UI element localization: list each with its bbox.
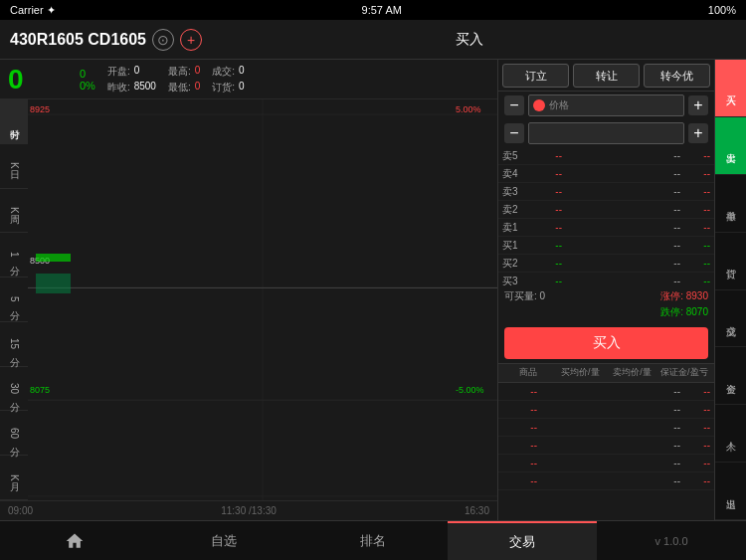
menu-personal[interactable]: 个人 — [715, 405, 746, 463]
svg-rect-11 — [36, 254, 71, 262]
buy3-vol: -- — [562, 276, 680, 285]
nav-center-title: 买入 — [202, 31, 736, 49]
add-nav-icon[interactable]: + — [180, 29, 202, 51]
extra-row-6: -- -- -- — [498, 472, 714, 490]
zhuanjinyou-button[interactable]: 转今优 — [644, 64, 710, 88]
svg-rect-12 — [36, 274, 71, 293]
dingli-button[interactable]: 订立 — [502, 64, 569, 88]
main-price: 0 — [8, 64, 68, 95]
right-vertical-menu: 买入 卖出 撤单 订货 成交 资金 个人 退出 — [714, 60, 746, 520]
price-plus-button[interactable]: + — [688, 95, 708, 115]
change-amt: 0 — [80, 68, 95, 80]
down-limit-label: 跌停: — [660, 306, 683, 317]
sidebar-item-dayk[interactable]: 日K — [0, 144, 28, 189]
can-buy-label: 可买量: — [504, 290, 537, 301]
svg-text:8075: 8075 — [30, 385, 50, 395]
svg-text:-5.00%: -5.00% — [456, 385, 484, 395]
sell1-label: 卖1 — [502, 221, 527, 235]
tab-paiming[interactable]: 排名 — [298, 521, 448, 560]
menu-sell[interactable]: 卖出 — [715, 117, 746, 175]
sidebar-item-weekk[interactable]: 周K — [0, 189, 28, 234]
chart-main[interactable]: 8925 5.00% 8500 8075 -5.00% — [28, 99, 497, 500]
menu-funds[interactable]: 资金 — [715, 347, 746, 405]
time: 9:57 AM — [362, 4, 402, 16]
battery: 100% — [708, 4, 736, 16]
order-area: 订立 转让 转今优 − 价格 + − + — [498, 60, 714, 520]
sidebar-item-60min[interactable]: 60分 — [0, 411, 28, 456]
down-nav-icon[interactable]: ⊙ — [152, 29, 174, 51]
sell2-chg: -- — [680, 204, 710, 215]
menu-exit[interactable]: 退出 — [715, 463, 746, 520]
sidebar-item-30min[interactable]: 30分 — [0, 367, 28, 412]
sell3-vol: -- — [562, 186, 680, 197]
sell2-label: 卖2 — [502, 203, 527, 217]
down-limit-val: 8070 — [686, 306, 708, 317]
tab-home[interactable] — [0, 521, 149, 560]
svg-text:5.00%: 5.00% — [456, 104, 481, 114]
info-bar: 0 0 0% 开盘: 0 昨收: 8500 最高: 0 — [0, 60, 497, 99]
order-val: 0 — [239, 81, 245, 94]
trade-label: 成交: — [212, 65, 235, 79]
sidebar-item-1min[interactable]: 1分 — [0, 233, 28, 278]
buy2-price: -- — [527, 258, 562, 269]
time-t3: 16:30 — [465, 505, 489, 516]
qty-input-field[interactable] — [528, 122, 684, 144]
tab-jiayi[interactable]: 交易 — [448, 521, 597, 560]
sidebar-item-monthk[interactable]: 月K — [0, 456, 28, 500]
price-placeholder: 价格 — [549, 98, 569, 112]
buy3-chg: -- — [680, 276, 710, 285]
extra-row-4: -- -- -- — [498, 437, 714, 455]
sell2-row: 卖2 -- -- -- — [498, 201, 714, 219]
sell4-row: 卖4 -- -- -- — [498, 165, 714, 183]
extra-row-2: -- -- -- — [498, 401, 714, 419]
price-change: 0 0% — [80, 68, 95, 92]
version-label: v 1.0.0 — [597, 521, 746, 560]
price-circle-icon — [533, 99, 545, 111]
price-minus-button[interactable]: − — [504, 95, 524, 115]
main-area: 0 0 0% 开盘: 0 昨收: 8500 最高: 0 — [0, 60, 746, 520]
menu-order[interactable]: 订货 — [715, 233, 746, 290]
order-label: 订货: — [212, 81, 235, 94]
sell3-price: -- — [527, 186, 562, 197]
sell3-row: 卖3 -- -- -- — [498, 183, 714, 201]
buy-button[interactable]: 买入 — [504, 327, 708, 359]
holdings-col3: 卖均价/量 — [607, 366, 658, 379]
sidebar-item-15min[interactable]: 15分 — [0, 322, 28, 367]
home-icon — [65, 531, 85, 551]
menu-buy[interactable]: 买入 — [715, 60, 746, 117]
sell5-vol: -- — [562, 150, 680, 161]
sell2-vol: -- — [562, 204, 680, 215]
sell4-label: 卖4 — [502, 167, 527, 181]
buy1-price: -- — [527, 240, 562, 251]
sell3-chg: -- — [680, 186, 710, 197]
time-t1: 09:00 — [8, 505, 33, 516]
time-axis: 09:00 11:30 /13:30 16:30 — [0, 500, 497, 520]
sell5-chg: -- — [680, 150, 710, 161]
buy2-label: 买2 — [502, 257, 527, 271]
buy1-vol: -- — [562, 240, 680, 251]
buy1-row: 买1 -- -- -- — [498, 237, 714, 255]
buy2-chg: -- — [680, 258, 710, 269]
sidebar-item-fenshi[interactable]: 分时 — [0, 99, 28, 144]
menu-trade[interactable]: 成交 — [715, 290, 746, 348]
buy3-label: 买3 — [502, 275, 527, 285]
sidebar-item-5min[interactable]: 5分 — [0, 278, 28, 322]
left-panel: 0 0 0% 开盘: 0 昨收: 8500 最高: 0 — [0, 60, 497, 520]
holdings-header: 商品 买均价/量 卖均价/量 保证金/盈亏 — [498, 363, 714, 383]
tab-zixuan[interactable]: 自选 — [149, 521, 298, 560]
qty-minus-button[interactable]: − — [504, 123, 524, 143]
menu-cancel[interactable]: 撤单 — [715, 175, 746, 233]
status-bar: Carrier ✦ 9:57 AM 100% — [0, 0, 746, 20]
buy2-vol: -- — [562, 258, 680, 269]
qty-plus-button[interactable]: + — [688, 123, 708, 143]
price-input-row: − 价格 + — [498, 92, 714, 119]
price-input-field[interactable]: 价格 — [528, 94, 684, 116]
zhuanrang-button[interactable]: 转让 — [573, 64, 640, 88]
extra-row-3: -- -- -- — [498, 419, 714, 437]
prev-close-label: 昨收: — [107, 81, 130, 94]
buy1-chg: -- — [680, 240, 710, 251]
action-buttons: 订立 转让 转今优 — [498, 60, 714, 92]
can-buy-val: 0 — [540, 290, 546, 301]
trade-val: 0 — [239, 65, 245, 79]
sell1-chg: -- — [680, 222, 710, 233]
